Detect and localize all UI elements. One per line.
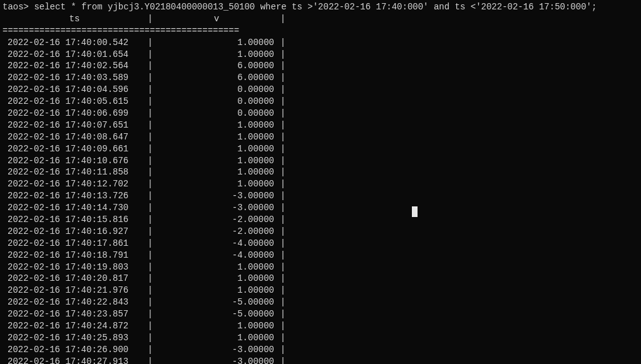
- cell-separator: |: [279, 84, 287, 96]
- cell-separator: |: [146, 166, 154, 178]
- cell-separator: |: [146, 238, 154, 250]
- cell-v: -3.00000: [154, 344, 279, 356]
- cell-separator: |: [146, 296, 154, 308]
- cell-ts: 2022-02-16 17:40:18.791: [3, 250, 146, 261]
- cell-separator: |: [279, 190, 287, 202]
- table-body: 2022-02-16 17:40:00.542|1.00000|2022-02-…: [3, 37, 638, 364]
- cell-separator: |: [146, 356, 154, 364]
- cell-separator: |: [279, 49, 287, 61]
- table-row: 2022-02-16 17:40:08.647|1.00000|: [3, 131, 638, 143]
- cell-separator: |: [279, 155, 287, 167]
- cell-ts: 2022-02-16 17:40:14.730: [3, 202, 146, 214]
- table-row: 2022-02-16 17:40:23.857|-5.00000|: [3, 308, 638, 320]
- column-header-v: v: [154, 13, 279, 25]
- cell-separator: |: [279, 344, 287, 356]
- cell-v: 6.00000: [154, 72, 279, 84]
- cell-separator: |: [146, 332, 154, 344]
- cell-separator: |: [279, 273, 287, 285]
- cell-separator: |: [279, 332, 287, 344]
- cell-separator: |: [146, 131, 154, 143]
- cell-separator: |: [279, 238, 287, 250]
- cell-separator: |: [146, 261, 154, 273]
- cell-v: 1.00000: [154, 131, 279, 143]
- cell-v: -2.00000: [154, 226, 279, 238]
- cell-separator: |: [146, 202, 154, 214]
- cell-ts: 2022-02-16 17:40:04.596: [3, 84, 146, 96]
- cell-v: -5.00000: [154, 308, 279, 320]
- cell-separator: |: [279, 250, 287, 261]
- table-row: 2022-02-16 17:40:11.858|1.00000|: [3, 166, 638, 178]
- text-cursor: [412, 206, 418, 217]
- table-row: 2022-02-16 17:40:09.661|1.00000|: [3, 143, 638, 155]
- terminal-output[interactable]: taos> select * from yjbcj3.Y021804000000…: [0, 0, 641, 364]
- cell-separator: |: [146, 84, 154, 96]
- cell-separator: |: [279, 119, 287, 131]
- cell-separator: |: [146, 344, 154, 356]
- table-row: 2022-02-16 17:40:04.596|0.00000|: [3, 84, 638, 96]
- cell-separator: |: [279, 285, 287, 296]
- cell-ts: 2022-02-16 17:40:27.913: [3, 356, 146, 364]
- cell-ts: 2022-02-16 17:40:15.816: [3, 214, 146, 226]
- column-separator: |: [279, 13, 287, 25]
- command-line: taos> select * from yjbcj3.Y021804000000…: [3, 1, 638, 13]
- cell-separator: |: [279, 296, 287, 308]
- cell-separator: |: [279, 356, 287, 364]
- cell-separator: |: [279, 143, 287, 155]
- cell-separator: |: [146, 119, 154, 131]
- cell-separator: |: [146, 96, 154, 108]
- cell-ts: 2022-02-16 17:40:11.858: [3, 166, 146, 178]
- table-row: 2022-02-16 17:40:15.816|-2.00000|: [3, 214, 638, 226]
- table-row: 2022-02-16 17:40:22.843|-5.00000|: [3, 296, 638, 308]
- cell-separator: |: [279, 202, 287, 214]
- table-row: 2022-02-16 17:40:27.913|-3.00000|: [3, 356, 638, 364]
- cell-v: 1.00000: [154, 166, 279, 178]
- table-row: 2022-02-16 17:40:16.927|-2.00000|: [3, 226, 638, 238]
- table-row: 2022-02-16 17:40:07.651|1.00000|: [3, 119, 638, 131]
- cell-ts: 2022-02-16 17:40:25.893: [3, 332, 146, 344]
- table-row: 2022-02-16 17:40:12.702|1.00000|: [3, 178, 638, 190]
- cell-separator: |: [146, 37, 154, 49]
- cell-v: 1.00000: [154, 37, 279, 49]
- cell-v: 1.00000: [154, 332, 279, 344]
- cell-separator: |: [279, 60, 287, 72]
- cell-separator: |: [279, 214, 287, 226]
- cell-v: 6.00000: [154, 60, 279, 72]
- cell-separator: |: [279, 261, 287, 273]
- cell-ts: 2022-02-16 17:40:19.803: [3, 261, 146, 273]
- table-row: 2022-02-16 17:40:02.564|6.00000|: [3, 60, 638, 72]
- cell-separator: |: [279, 108, 287, 119]
- table-row: 2022-02-16 17:40:20.817|1.00000|: [3, 273, 638, 285]
- table-row: 2022-02-16 17:40:17.861|-4.00000|: [3, 238, 638, 250]
- cell-separator: |: [146, 250, 154, 261]
- cell-separator: |: [279, 96, 287, 108]
- cell-v: -2.00000: [154, 214, 279, 226]
- cell-ts: 2022-02-16 17:40:12.702: [3, 178, 146, 190]
- cell-v: 0.00000: [154, 96, 279, 108]
- table-row: 2022-02-16 17:40:26.900|-3.00000|: [3, 344, 638, 356]
- cell-separator: |: [146, 72, 154, 84]
- cell-ts: 2022-02-16 17:40:09.661: [3, 143, 146, 155]
- cell-ts: 2022-02-16 17:40:22.843: [3, 296, 146, 308]
- cell-ts: 2022-02-16 17:40:24.872: [3, 320, 146, 332]
- cell-ts: 2022-02-16 17:40:23.857: [3, 308, 146, 320]
- cell-separator: |: [146, 308, 154, 320]
- cell-ts: 2022-02-16 17:40:13.726: [3, 190, 146, 202]
- table-row: 2022-02-16 17:40:00.542|1.00000|: [3, 37, 638, 49]
- cell-separator: |: [146, 178, 154, 190]
- cell-ts: 2022-02-16 17:40:02.564: [3, 60, 146, 72]
- table-row: 2022-02-16 17:40:14.730|-3.00000|: [3, 202, 638, 214]
- cell-separator: |: [146, 285, 154, 296]
- cell-separator: |: [279, 226, 287, 238]
- cell-v: -3.00000: [154, 202, 279, 214]
- table-row: 2022-02-16 17:40:10.676|1.00000|: [3, 155, 638, 167]
- cell-v: -3.00000: [154, 190, 279, 202]
- table-row: 2022-02-16 17:40:06.699|0.00000|: [3, 108, 638, 119]
- cell-separator: |: [146, 273, 154, 285]
- cell-v: 1.00000: [154, 119, 279, 131]
- table-row: 2022-02-16 17:40:18.791|-4.00000|: [3, 250, 638, 261]
- cell-v: 1.00000: [154, 285, 279, 296]
- cell-v: -4.00000: [154, 250, 279, 261]
- table-row: 2022-02-16 17:40:03.589|6.00000|: [3, 72, 638, 84]
- cell-separator: |: [279, 37, 287, 49]
- cell-separator: |: [279, 166, 287, 178]
